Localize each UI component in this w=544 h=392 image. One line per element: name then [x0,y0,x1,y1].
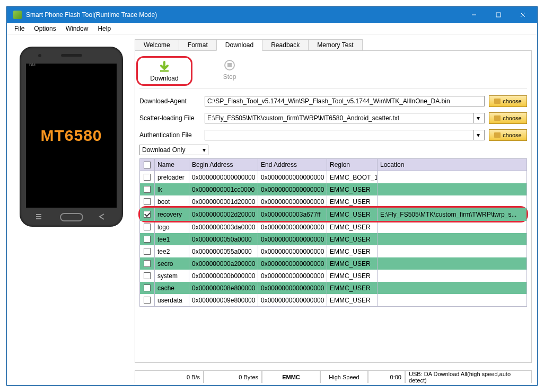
close-button[interactable] [511,7,535,23]
row-checkbox[interactable] [144,284,151,291]
tab-readback[interactable]: Readback [262,39,309,50]
col-location[interactable]: Location [378,159,527,171]
cell-region: EMMC_USER [327,233,378,245]
status-bar: 0 B/s 0 Bytes EMMC High Speed 0:00 USB: … [135,370,532,383]
row-checkbox[interactable] [144,297,151,304]
row-checkbox[interactable] [144,174,151,181]
cell-location [378,183,527,195]
scatter-input[interactable]: E:\Fly_FS505\MTK\custom_firm\TWRP\MT6580… [205,113,485,123]
stop-icon [223,58,236,72]
table-row[interactable]: cache0x000000008e8000000x000000000000000… [140,282,527,294]
cell-name: logo [155,221,189,233]
col-end[interactable]: End Address [258,159,327,171]
recovery-highlight: recovery0x0000000002d200000x0000000003a6… [138,206,528,222]
table-row[interactable]: logo0x0000000003da00000x0000000000000000… [140,221,527,233]
table-row[interactable]: tee20x0000000055a00000x0000000000000000E… [140,245,527,257]
status-bytes: 0 Bytes [204,371,262,383]
cell-end: 0x0000000003a677ff [258,208,327,221]
menubar: File Options Window Help [7,23,537,34]
cell-begin: 0x000000000a200000 [189,257,258,270]
auth-label: Authentication File [139,131,200,139]
scatter-choose-button[interactable]: choose [489,112,527,124]
cell-location [378,245,527,257]
col-name[interactable]: Name [155,159,189,171]
row-checkbox[interactable] [144,272,151,279]
select-all-checkbox[interactable] [144,162,151,168]
partition-table: Name Begin Address End Address Region Lo… [139,158,527,307]
row-checkbox[interactable] [144,260,151,267]
row-checkbox[interactable] [144,198,151,205]
cell-region: EMMC_USER [327,257,378,270]
row-checkbox[interactable] [144,211,151,218]
table-header: Name Begin Address End Address Region Lo… [140,159,527,171]
download-highlight: Download [136,56,192,86]
row-checkbox[interactable] [144,248,151,255]
cell-begin: 0x0000000055a0000 [189,245,258,257]
table-row[interactable]: lk0x0000000001cc00000x0000000000000000EM… [140,183,527,195]
download-arrow-icon [157,60,171,74]
minimize-button[interactable] [462,7,486,23]
da-choose-button[interactable]: choose [489,95,527,107]
chevron-down-icon: ▾ [203,146,206,154]
tab-format[interactable]: Format [179,39,217,50]
cell-location: E:\Fly_FS505\MTK\custom_firm\TWRP\twrp_s… [378,208,527,221]
tab-memtest[interactable]: Memory Test [308,39,362,50]
cell-location [378,221,527,233]
cell-name: cache [155,282,189,294]
cell-location [378,282,527,294]
menu-options[interactable]: Options [30,24,60,33]
cell-location [378,233,527,245]
menu-window[interactable]: Window [62,24,93,33]
table-row[interactable]: system0x000000000b0000000x00000000000000… [140,270,527,282]
chevron-down-icon[interactable]: ▾ [473,113,482,123]
chevron-down-icon[interactable]: ▾ [473,130,482,140]
cell-end: 0x0000000000000000 [258,183,327,195]
da-input[interactable]: C:\SP_Flash_Tool_v5.1744_Win\SP_Flash_To… [205,96,485,106]
cell-end: 0x0000000000000000 [258,221,327,233]
cell-end: 0x0000000000000000 [258,282,327,294]
cell-name: tee2 [155,245,189,257]
auth-input[interactable]: ▾ [205,130,485,140]
tab-welcome[interactable]: Welcome [135,39,179,50]
table-row[interactable]: userdata0x000000009e8000000x000000000000… [140,294,527,306]
table-row[interactable]: recovery0x0000000002d200000x0000000003a6… [140,208,527,221]
cell-region: EMMC_USER [327,221,378,233]
download-panel: Download Stop Download-Agent C:\SP_Flash… [135,50,532,363]
svg-rect-2 [227,63,232,67]
cell-region: EMMC_USER [327,270,378,282]
cell-end: 0x0000000000000000 [258,245,327,257]
auth-choose-button[interactable]: choose [489,129,527,141]
app-window: Smart Phone Flash Tool(Runtime Trace Mod… [6,6,538,386]
cell-location [378,294,527,306]
maximize-button[interactable] [486,7,511,23]
scatter-label: Scatter-loading File [139,114,200,122]
cell-begin: 0x0000000050a0000 [189,233,258,245]
cell-begin: 0x0000000000000000 [189,171,258,183]
row-checkbox[interactable] [144,224,151,230]
cell-region: EMMC_USER [327,282,378,294]
cell-begin: 0x000000008e800000 [189,282,258,294]
cell-begin: 0x0000000001cc0000 [189,183,258,195]
table-row[interactable]: preloader0x00000000000000000x00000000000… [140,171,527,183]
menu-help[interactable]: Help [93,24,115,33]
cell-region: EMMC_USER [327,208,378,221]
tab-download[interactable]: Download [216,39,262,51]
row-checkbox[interactable] [144,236,151,243]
download-button[interactable]: Download [143,60,186,82]
table-row[interactable]: secro0x000000000a2000000x000000000000000… [140,257,527,270]
menu-file[interactable]: File [10,24,29,33]
cell-name: tee1 [155,233,189,245]
cell-begin: 0x0000000003da0000 [189,221,258,233]
cell-end: 0x0000000000000000 [258,270,327,282]
col-region[interactable]: Region [327,159,378,171]
mode-dropdown[interactable]: Download Only▾ [139,145,208,155]
table-row[interactable]: tee10x0000000050a00000x0000000000000000E… [140,233,527,245]
app-icon [13,11,22,19]
row-checkbox[interactable] [144,186,151,193]
cell-name: recovery [155,208,189,221]
col-begin[interactable]: Begin Address [189,159,258,171]
cell-location [378,270,527,282]
cell-name: secro [155,257,189,270]
status-speed: 0 B/s [135,371,204,383]
cell-region: EMMC_USER [327,294,378,306]
